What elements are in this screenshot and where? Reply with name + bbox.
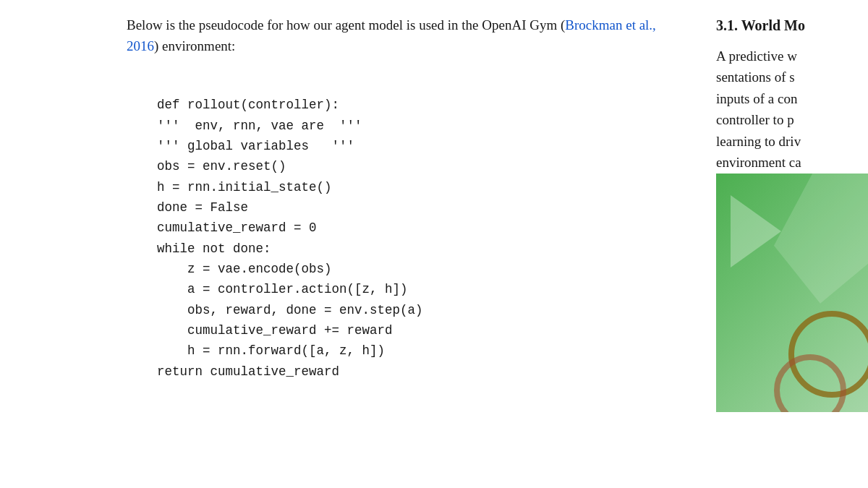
right-para-3: inputs of a con: [716, 88, 868, 109]
code-line-12: cumulative_reward += reward: [127, 323, 393, 338]
green-illustration: [716, 174, 868, 412]
code-block: def rollout(controller): ''' env, rnn, v…: [127, 74, 687, 403]
code-line-10: a = controller.action([z, h]): [127, 282, 408, 296]
right-para-4: controller to p: [716, 109, 868, 130]
intro-paragraph: Below is the pseudocode for how our agen…: [127, 14, 687, 57]
right-para-6: environment ca: [716, 152, 868, 173]
code-line-2: ''' env, rnn, vae are ''': [127, 119, 362, 133]
code-line-3: ''' global variables ''': [127, 139, 354, 153]
code-line-11: obs, reward, done = env.step(a): [127, 303, 423, 317]
intro-text-after: ) environment:: [154, 38, 235, 53]
right-para-5: learning to driv: [716, 131, 868, 152]
code-line-14: return cumulative_reward: [127, 364, 339, 379]
section-heading: 3.1. World Mo: [716, 14, 868, 37]
right-text-content: 3.1. World Mo A predictive w sentations …: [716, 0, 868, 174]
code-line-4: obs = env.reset(): [127, 159, 286, 174]
code-line-9: z = vae.encode(obs): [127, 262, 332, 276]
right-panel: 3.1. World Mo A predictive w sentations …: [716, 0, 868, 488]
intro-text-before: Below is the pseudocode for how our agen…: [127, 17, 565, 33]
code-line-8: while not done:: [127, 241, 271, 256]
arrow-decoration: [731, 195, 781, 267]
code-line-6: done = False: [127, 200, 248, 215]
code-line-5: h = rnn.initial_state(): [127, 180, 332, 194]
left-panel: Below is the pseudocode for how our agen…: [0, 0, 716, 488]
code-line-7: cumulative_reward = 0: [127, 221, 317, 235]
right-para-1: A predictive w: [716, 46, 868, 67]
code-line-13: h = rnn.forward([a, z, h]): [127, 343, 385, 358]
right-para-2: sentations of s: [716, 67, 868, 87]
code-line-1: def rollout(controller):: [157, 98, 339, 112]
